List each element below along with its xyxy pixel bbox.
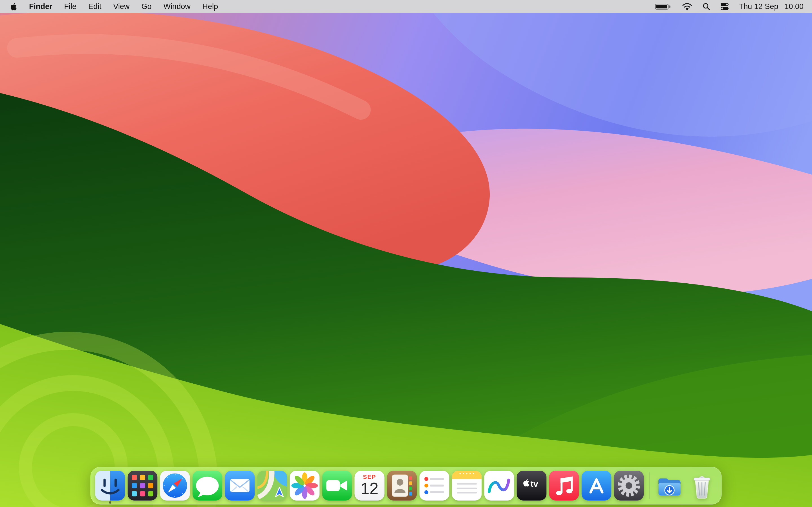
calendar-icon: SEP 12 (355, 471, 385, 501)
clock-time: 10.00 (784, 2, 804, 11)
menu-item-finder[interactable]: Finder (23, 0, 58, 13)
spotlight-menu[interactable] (702, 3, 710, 10)
menu-item-view[interactable]: View (107, 0, 136, 13)
dock-item-calendar[interactable]: SEP 12 (355, 471, 385, 501)
launchpad-icon (128, 471, 158, 501)
photos-icon (290, 471, 320, 501)
dock-item-trash[interactable] (687, 471, 717, 501)
desktop[interactable]: { "menu_bar": { "logo_icon": "apple-logo… (0, 0, 812, 507)
dock-item-messages[interactable] (193, 471, 222, 501)
running-indicator (109, 501, 111, 504)
control-center-menu[interactable] (720, 2, 729, 11)
dock-item-maps[interactable] (257, 471, 287, 501)
freeform-icon (485, 471, 514, 501)
dock-item-safari[interactable] (160, 471, 190, 501)
wallpaper-sonoma (0, 0, 812, 507)
app-store-icon (581, 471, 612, 501)
safari-icon (160, 471, 190, 501)
dock-item-finder[interactable] (95, 471, 125, 501)
battery-menu[interactable] (655, 3, 672, 10)
notes-icon (452, 471, 482, 501)
dock-item-system-settings[interactable] (614, 471, 644, 501)
trash-icon (687, 471, 717, 501)
menu-item-help[interactable]: Help (197, 0, 224, 13)
messages-icon (193, 471, 222, 501)
dock-divider (649, 472, 650, 499)
mail-icon (225, 471, 255, 501)
tv-label: tv (530, 479, 538, 489)
menu-bar-left: Finder File Edit View Go Window Help (3, 0, 224, 13)
menu-bar-clock[interactable]: Thu 12 Sep 10.00 (739, 2, 804, 11)
system-settings-icon (614, 471, 644, 501)
downloads-folder-icon (655, 471, 684, 501)
calendar-day: 12 (361, 480, 378, 497)
dock: SEP 12 (91, 467, 722, 504)
clock-date: Thu 12 Sep (739, 2, 778, 11)
apple-menu[interactable] (3, 0, 23, 13)
control-center-icon (720, 2, 729, 11)
dock-item-tv[interactable]: tv (517, 471, 547, 501)
music-icon (549, 471, 579, 501)
battery-icon (655, 3, 672, 10)
menu-item-file[interactable]: File (58, 0, 83, 13)
dock-item-contacts[interactable] (387, 471, 417, 501)
dock-item-freeform[interactable] (485, 471, 514, 501)
menu-item-window[interactable]: Window (158, 0, 197, 13)
dock-item-music[interactable] (549, 471, 579, 501)
maps-icon (257, 471, 287, 501)
reminders-icon (419, 471, 449, 501)
menu-bar: Finder File Edit View Go Window Help (0, 0, 812, 13)
facetime-icon (322, 471, 352, 501)
wifi-menu[interactable] (682, 3, 692, 10)
dock-item-notes[interactable] (452, 471, 482, 501)
spotlight-search-icon (702, 3, 710, 10)
menu-item-edit[interactable]: Edit (82, 0, 107, 13)
finder-icon (95, 471, 125, 501)
dock-item-app-store[interactable] (581, 471, 612, 501)
contacts-icon (387, 471, 417, 501)
dock-item-launchpad[interactable] (128, 471, 158, 501)
dock-item-photos[interactable] (290, 471, 320, 501)
dock-item-facetime[interactable] (322, 471, 352, 501)
calendar-month: SEP (363, 474, 376, 480)
menu-item-go[interactable]: Go (136, 0, 158, 13)
dock-item-mail[interactable] (225, 471, 255, 501)
dock-item-downloads[interactable] (655, 471, 684, 501)
apple-logo-icon (10, 2, 17, 11)
apple-tv-icon: tv (517, 471, 547, 501)
dock-item-reminders[interactable] (419, 471, 449, 501)
menu-bar-status: Thu 12 Sep 10.00 (655, 0, 809, 13)
wifi-icon (682, 3, 692, 10)
